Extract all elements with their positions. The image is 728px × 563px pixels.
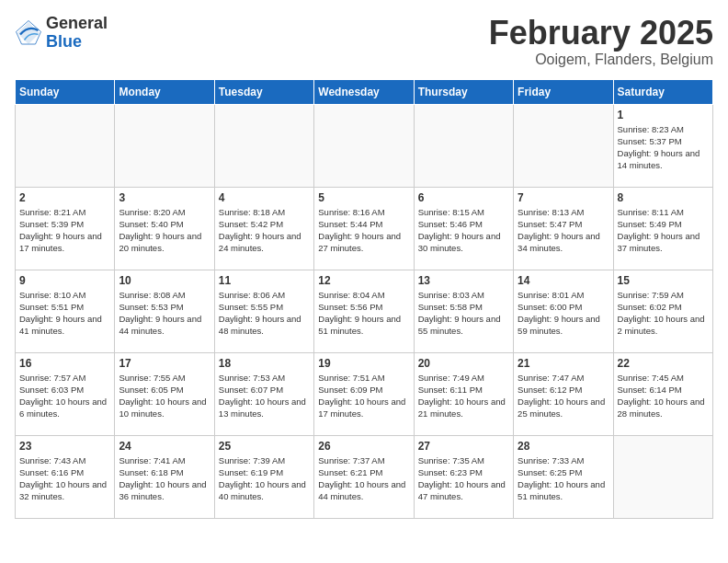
day-info: Sunrise: 8:15 AMSunset: 5:46 PMDaylight:… bbox=[418, 206, 509, 255]
day-info: Sunrise: 8:01 AMSunset: 6:00 PMDaylight:… bbox=[518, 289, 609, 338]
day-info: Sunrise: 7:35 AMSunset: 6:23 PMDaylight:… bbox=[418, 454, 509, 503]
calendar-day-cell: 18Sunrise: 7:53 AMSunset: 6:07 PMDayligh… bbox=[214, 352, 313, 435]
day-number: 13 bbox=[418, 274, 509, 287]
calendar-day-cell: 10Sunrise: 8:08 AMSunset: 5:53 PMDayligh… bbox=[115, 270, 214, 352]
day-number: 16 bbox=[19, 357, 110, 370]
day-info: Sunrise: 8:13 AMSunset: 5:47 PMDaylight:… bbox=[518, 206, 609, 255]
calendar-day-cell bbox=[414, 104, 513, 187]
calendar-day-cell: 25Sunrise: 7:39 AMSunset: 6:19 PMDayligh… bbox=[214, 435, 313, 518]
day-number: 12 bbox=[318, 274, 409, 287]
day-info: Sunrise: 7:33 AMSunset: 6:25 PMDaylight:… bbox=[518, 454, 609, 503]
calendar-day-cell bbox=[314, 104, 414, 187]
day-info: Sunrise: 8:08 AMSunset: 5:53 PMDaylight:… bbox=[119, 289, 210, 338]
day-number: 6 bbox=[418, 191, 509, 204]
logo-blue: Blue bbox=[46, 33, 108, 52]
calendar-day-cell: 15Sunrise: 7:59 AMSunset: 6:02 PMDayligh… bbox=[613, 270, 712, 352]
day-number: 26 bbox=[318, 440, 409, 453]
day-info: Sunrise: 8:21 AMSunset: 5:39 PMDaylight:… bbox=[19, 206, 110, 255]
calendar-day-cell: 16Sunrise: 7:57 AMSunset: 6:03 PMDayligh… bbox=[16, 352, 115, 435]
day-number: 25 bbox=[219, 440, 310, 453]
day-number: 21 bbox=[518, 357, 609, 370]
calendar-day-cell: 9Sunrise: 8:10 AMSunset: 5:51 PMDaylight… bbox=[16, 270, 115, 352]
day-info: Sunrise: 8:18 AMSunset: 5:42 PMDaylight:… bbox=[219, 206, 310, 255]
day-number: 18 bbox=[219, 357, 310, 370]
calendar-day-cell: 5Sunrise: 8:16 AMSunset: 5:44 PMDaylight… bbox=[314, 187, 414, 270]
day-info: Sunrise: 8:20 AMSunset: 5:40 PMDaylight:… bbox=[119, 206, 210, 255]
calendar-day-cell: 14Sunrise: 8:01 AMSunset: 6:00 PMDayligh… bbox=[514, 270, 613, 352]
calendar-day-cell: 23Sunrise: 7:43 AMSunset: 6:16 PMDayligh… bbox=[16, 435, 115, 518]
weekday-header: Wednesday bbox=[314, 79, 414, 104]
day-info: Sunrise: 8:06 AMSunset: 5:55 PMDaylight:… bbox=[219, 289, 310, 338]
calendar-day-cell: 28Sunrise: 7:33 AMSunset: 6:25 PMDayligh… bbox=[514, 435, 613, 518]
day-info: Sunrise: 7:39 AMSunset: 6:19 PMDaylight:… bbox=[219, 454, 310, 503]
calendar-day-cell bbox=[214, 104, 313, 187]
calendar-day-cell: 26Sunrise: 7:37 AMSunset: 6:21 PMDayligh… bbox=[314, 435, 414, 518]
day-number: 7 bbox=[518, 191, 609, 204]
day-number: 17 bbox=[119, 357, 210, 370]
day-info: Sunrise: 8:03 AMSunset: 5:58 PMDaylight:… bbox=[418, 289, 509, 338]
calendar-day-cell: 3Sunrise: 8:20 AMSunset: 5:40 PMDaylight… bbox=[115, 187, 214, 270]
calendar-day-cell: 12Sunrise: 8:04 AMSunset: 5:56 PMDayligh… bbox=[314, 270, 414, 352]
day-info: Sunrise: 7:43 AMSunset: 6:16 PMDaylight:… bbox=[19, 454, 110, 503]
location: Ooigem, Flanders, Belgium bbox=[489, 52, 713, 68]
day-number: 15 bbox=[618, 274, 709, 287]
page-header: General Blue February 2025 Ooigem, Fland… bbox=[15, 15, 713, 68]
weekday-header: Saturday bbox=[613, 79, 712, 104]
calendar-week-row: 23Sunrise: 7:43 AMSunset: 6:16 PMDayligh… bbox=[16, 435, 713, 518]
day-number: 19 bbox=[318, 357, 409, 370]
calendar-day-cell: 2Sunrise: 8:21 AMSunset: 5:39 PMDaylight… bbox=[16, 187, 115, 270]
calendar-day-cell: 11Sunrise: 8:06 AMSunset: 5:55 PMDayligh… bbox=[214, 270, 313, 352]
calendar-week-row: 9Sunrise: 8:10 AMSunset: 5:51 PMDaylight… bbox=[16, 270, 713, 352]
day-info: Sunrise: 7:51 AMSunset: 6:09 PMDaylight:… bbox=[318, 372, 409, 420]
calendar-table: SundayMondayTuesdayWednesdayThursdayFrid… bbox=[15, 79, 713, 519]
calendar-day-cell: 27Sunrise: 7:35 AMSunset: 6:23 PMDayligh… bbox=[414, 435, 513, 518]
weekday-header: Sunday bbox=[16, 79, 115, 104]
day-info: Sunrise: 7:47 AMSunset: 6:12 PMDaylight:… bbox=[518, 372, 609, 420]
day-number: 4 bbox=[219, 191, 310, 204]
day-number: 10 bbox=[119, 274, 210, 287]
day-info: Sunrise: 7:53 AMSunset: 6:07 PMDaylight:… bbox=[219, 372, 310, 420]
weekday-header: Friday bbox=[514, 79, 613, 104]
day-number: 8 bbox=[618, 191, 709, 204]
calendar-day-cell: 1Sunrise: 8:23 AMSunset: 5:37 PMDaylight… bbox=[613, 104, 712, 187]
calendar-header-row: SundayMondayTuesdayWednesdayThursdayFrid… bbox=[16, 79, 713, 104]
calendar-day-cell bbox=[613, 435, 712, 518]
day-info: Sunrise: 7:55 AMSunset: 6:05 PMDaylight:… bbox=[119, 372, 210, 420]
calendar-day-cell bbox=[514, 104, 613, 187]
logo-icon bbox=[15, 19, 42, 47]
day-number: 5 bbox=[318, 191, 409, 204]
calendar-day-cell: 22Sunrise: 7:45 AMSunset: 6:14 PMDayligh… bbox=[613, 352, 712, 435]
calendar-day-cell: 24Sunrise: 7:41 AMSunset: 6:18 PMDayligh… bbox=[115, 435, 214, 518]
calendar-day-cell: 21Sunrise: 7:47 AMSunset: 6:12 PMDayligh… bbox=[514, 352, 613, 435]
day-number: 20 bbox=[418, 357, 509, 370]
calendar-week-row: 2Sunrise: 8:21 AMSunset: 5:39 PMDaylight… bbox=[16, 187, 713, 270]
calendar-day-cell: 13Sunrise: 8:03 AMSunset: 5:58 PMDayligh… bbox=[414, 270, 513, 352]
day-number: 11 bbox=[219, 274, 310, 287]
day-info: Sunrise: 8:10 AMSunset: 5:51 PMDaylight:… bbox=[19, 289, 110, 338]
day-info: Sunrise: 7:59 AMSunset: 6:02 PMDaylight:… bbox=[618, 289, 709, 338]
calendar-week-row: 16Sunrise: 7:57 AMSunset: 6:03 PMDayligh… bbox=[16, 352, 713, 435]
weekday-header: Thursday bbox=[414, 79, 513, 104]
day-number: 1 bbox=[618, 109, 709, 121]
day-number: 14 bbox=[518, 274, 609, 287]
day-info: Sunrise: 7:57 AMSunset: 6:03 PMDaylight:… bbox=[19, 372, 110, 420]
day-number: 9 bbox=[19, 274, 110, 287]
calendar-day-cell: 8Sunrise: 8:11 AMSunset: 5:49 PMDaylight… bbox=[613, 187, 712, 270]
day-info: Sunrise: 7:49 AMSunset: 6:11 PMDaylight:… bbox=[418, 372, 509, 420]
logo-general: General bbox=[46, 15, 108, 33]
day-number: 3 bbox=[119, 191, 210, 204]
day-number: 27 bbox=[418, 440, 509, 453]
weekday-header: Tuesday bbox=[214, 79, 313, 104]
day-number: 28 bbox=[518, 440, 609, 453]
title-block: February 2025 Ooigem, Flanders, Belgium bbox=[489, 15, 713, 68]
calendar-day-cell bbox=[115, 104, 214, 187]
day-info: Sunrise: 8:04 AMSunset: 5:56 PMDaylight:… bbox=[318, 289, 409, 338]
logo: General Blue bbox=[15, 15, 108, 52]
month-title: February 2025 bbox=[489, 15, 713, 52]
calendar-day-cell: 20Sunrise: 7:49 AMSunset: 6:11 PMDayligh… bbox=[414, 352, 513, 435]
logo-text: General Blue bbox=[46, 15, 108, 52]
calendar-day-cell bbox=[16, 104, 115, 187]
day-number: 22 bbox=[618, 357, 709, 370]
day-info: Sunrise: 8:23 AMSunset: 5:37 PMDaylight:… bbox=[618, 123, 709, 172]
calendar-day-cell: 6Sunrise: 8:15 AMSunset: 5:46 PMDaylight… bbox=[414, 187, 513, 270]
